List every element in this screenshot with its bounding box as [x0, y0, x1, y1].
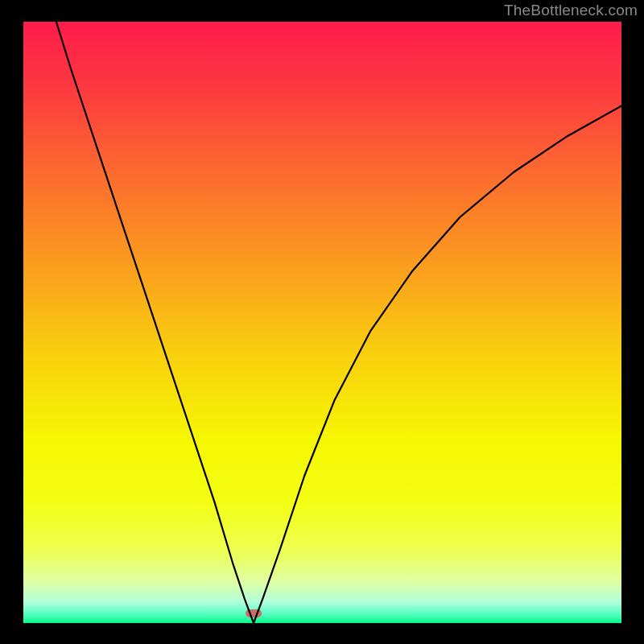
bottleneck-curve-plot — [0, 0, 644, 644]
chart-frame: TheBottleneck.com — [0, 0, 644, 644]
gradient-background — [23, 22, 621, 623]
optimum-marker — [246, 609, 262, 617]
watermark-text: TheBottleneck.com — [504, 2, 638, 19]
